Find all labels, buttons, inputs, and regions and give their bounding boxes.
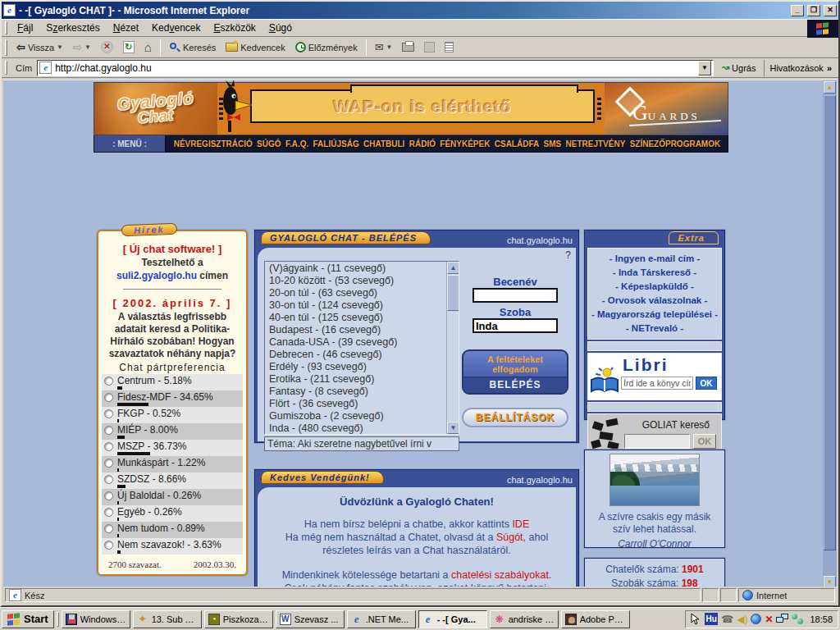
- connection-icon[interactable]: [792, 614, 803, 624]
- back-button[interactable]: ⇦ Vissza ▼: [12, 38, 67, 57]
- nav-item-nevregisztracio[interactable]: NÉVREGISZTRÁCIÓ: [174, 139, 253, 148]
- room-listbox[interactable]: (V)ágyaink - (11 csevegő) 10-20 között -…: [264, 261, 459, 435]
- stop-button[interactable]: ✕: [97, 38, 117, 57]
- link-netrevalo[interactable]: - NETrevaló -: [588, 322, 721, 336]
- close-button[interactable]: ✕: [824, 5, 837, 16]
- tray-clock[interactable]: 18:58: [806, 614, 833, 624]
- print-button[interactable]: [398, 38, 418, 57]
- menu-edit[interactable]: Szerkesztés: [39, 21, 106, 35]
- nav-item-netrejtveny[interactable]: NETREJTVÉNY: [566, 139, 626, 148]
- settings-button[interactable]: BEÁLLÍTÁSOK: [462, 408, 568, 427]
- room-item[interactable]: Budapest - (16 csevegő): [265, 324, 446, 336]
- menu-favorites[interactable]: Kedvencek: [145, 21, 207, 35]
- nav-item-chatbuli[interactable]: CHATBULI: [363, 139, 404, 148]
- link-free-email[interactable]: - Ingyen e-mail cím -: [588, 252, 721, 266]
- room-item[interactable]: 40-en túl - (125 csevegő): [265, 312, 446, 324]
- suli2-link[interactable]: suli2.gyaloglo.hu: [116, 270, 197, 281]
- link-settlements[interactable]: - Magyarország települései -: [588, 308, 721, 322]
- room-item[interactable]: Canada-USA - (39 csevegő): [265, 336, 446, 349]
- cursor-icon[interactable]: [691, 614, 701, 625]
- room-item[interactable]: (V)ágyaink - (11 csevegő): [265, 262, 446, 275]
- libri-ok-button[interactable]: OK: [696, 377, 717, 390]
- error-tray-icon[interactable]: ✕: [765, 614, 773, 625]
- banner-center[interactable]: WAP-on is elérthető: [217, 83, 605, 135]
- mail-dropdown-icon[interactable]: ▼: [386, 43, 393, 51]
- go-button[interactable]: ↝ Ugrás: [717, 62, 761, 73]
- favorites-button[interactable]: Kedvencek: [221, 38, 289, 57]
- task-sub[interactable]: ✦13. Sub B...: [133, 610, 202, 628]
- poll-radio[interactable]: [104, 459, 113, 468]
- toolbar-gripper[interactable]: [5, 39, 7, 56]
- task-gyaloglo-active[interactable]: e- -[ Gya...: [418, 610, 487, 628]
- restore-button[interactable]: ❐: [807, 5, 820, 16]
- room-item[interactable]: Inda - (480 csevegő): [265, 422, 446, 435]
- nav-item-szinezoprogramok[interactable]: SZÍNEZŐPROGRAMOK: [630, 139, 721, 148]
- nav-item-sugo[interactable]: SÚGÓ: [257, 139, 281, 148]
- room-item[interactable]: Erotika - (211 csevegő): [265, 373, 446, 386]
- mail-button[interactable]: ✉ ▼: [371, 38, 397, 57]
- network-monitors-icon[interactable]: [776, 614, 788, 624]
- room-list-scrollbar[interactable]: ▲ ▼: [446, 262, 459, 434]
- edit-button[interactable]: [420, 38, 439, 57]
- minimize-button[interactable]: _: [791, 5, 804, 16]
- goliat-search-input[interactable]: [624, 434, 690, 449]
- dialup-globe-icon[interactable]: [751, 614, 761, 624]
- nav-item-fenykepek[interactable]: FÉNYKÉPEK: [440, 139, 490, 148]
- room-item[interactable]: 30-on túl - (124 csevegő): [265, 299, 446, 312]
- poll-radio[interactable]: [104, 426, 113, 435]
- scroll-thumb[interactable]: [447, 275, 459, 311]
- nav-item-sms[interactable]: SMS: [544, 139, 562, 148]
- task-piszkozat[interactable]: ◔Piszkozat...: [204, 610, 273, 628]
- menu-help[interactable]: Súgó: [262, 21, 299, 35]
- refresh-button[interactable]: ↻: [119, 38, 139, 57]
- back-dropdown-icon[interactable]: ▼: [57, 43, 63, 51]
- nav-item-faq[interactable]: F.A.Q.: [285, 139, 308, 148]
- history-button[interactable]: Előzmények: [291, 38, 362, 57]
- room-item[interactable]: 10-20 között - (53 csevegő): [265, 275, 446, 287]
- task-windows[interactable]: Windows ...: [62, 610, 130, 628]
- modem-icon[interactable]: ☎: [721, 614, 733, 625]
- page-scroll-thumb[interactable]: [824, 95, 836, 550]
- language-indicator[interactable]: Hu: [705, 613, 718, 625]
- scroll-up-icon[interactable]: ▲: [447, 262, 459, 274]
- poll-radio[interactable]: [104, 409, 113, 418]
- poll-radio[interactable]: [104, 491, 113, 500]
- page-scrollbar[interactable]: ▲ ▼: [823, 80, 837, 589]
- link-doctors[interactable]: - Orvosok válaszolnak -: [588, 294, 721, 308]
- task-net-messenger[interactable]: e.NET Me...: [347, 610, 416, 628]
- poll-radio[interactable]: [104, 393, 113, 402]
- address-input[interactable]: [55, 62, 695, 74]
- forward-dropdown-icon[interactable]: ▼: [84, 43, 91, 51]
- task-photoshop[interactable]: Adobe Ph...: [561, 610, 630, 628]
- start-button[interactable]: Start: [2, 610, 54, 628]
- links-bar[interactable]: Hivatkozások »: [764, 60, 837, 76]
- poll-radio[interactable]: [104, 377, 113, 386]
- search-button[interactable]: Keresés: [165, 38, 220, 57]
- task-szevasz[interactable]: WSzevasz ...: [276, 610, 345, 628]
- task-andriske[interactable]: ❋andriske :...: [490, 610, 559, 628]
- nav-item-faliujsag[interactable]: FALIÚJSÁG: [313, 139, 359, 148]
- menu-view[interactable]: Nézet: [107, 21, 145, 35]
- nav-item-csaladfa[interactable]: CSALÁDFA: [495, 139, 539, 148]
- room-item[interactable]: Erdély - (93 csevegő): [265, 361, 446, 373]
- menu-file[interactable]: FFájlájl: [11, 21, 39, 35]
- link-inda-dating[interactable]: - Inda Társkereső -: [588, 266, 721, 280]
- room-item[interactable]: Debrecen - (46 csevegő): [265, 349, 446, 361]
- goliat-ok-button[interactable]: OK: [693, 434, 716, 449]
- home-button[interactable]: ⌂: [140, 38, 156, 57]
- nickname-input[interactable]: [472, 288, 558, 303]
- help-link[interactable]: ?: [565, 249, 571, 261]
- libri-search-input[interactable]: [621, 377, 693, 390]
- nav-item-radio[interactable]: RÁDIÓ: [409, 139, 436, 148]
- volume-icon[interactable]: ◀): [737, 614, 747, 625]
- poll-radio[interactable]: [104, 475, 113, 484]
- poll-radio[interactable]: [104, 541, 113, 550]
- room-item[interactable]: 20-on túl - (63 csevegő): [265, 287, 446, 299]
- toolbar-gripper[interactable]: [5, 21, 7, 34]
- poll-radio[interactable]: [104, 524, 113, 533]
- enter-button[interactable]: A feltételeket elfogadom BELÉPÉS: [462, 349, 568, 395]
- guards-logo[interactable]: GUARDS: [605, 83, 728, 135]
- room-input[interactable]: [472, 318, 558, 333]
- poll-radio[interactable]: [104, 442, 113, 451]
- site-logo[interactable]: Gyalogló Chat: [94, 83, 217, 135]
